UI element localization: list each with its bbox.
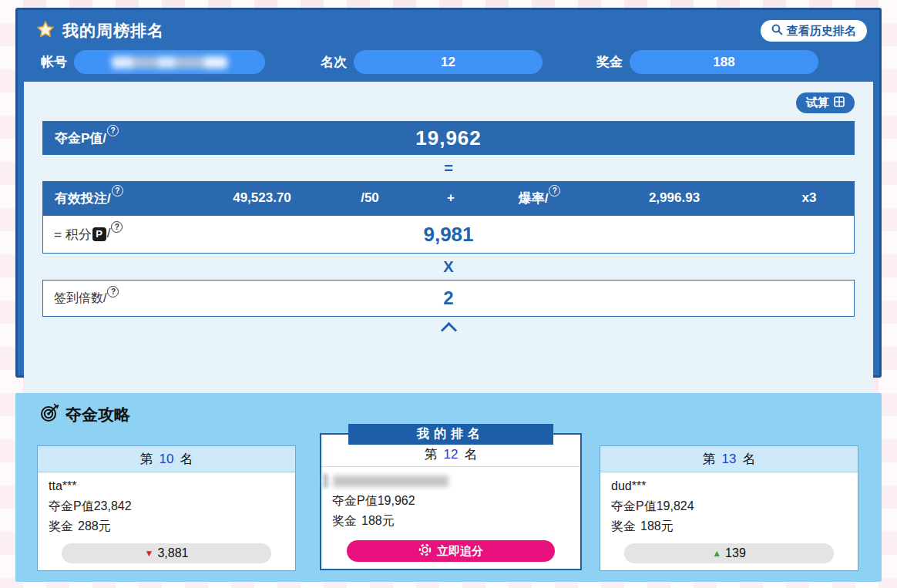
strategy-title-row: 夺金攻略 [40,402,130,426]
help-icon[interactable]: ? [111,221,123,233]
trial-calc-button[interactable]: 试算 [796,92,855,113]
rank-label: 名次 [321,53,347,71]
bet-burst-bar: 有效投注/ ? 49,523.70 /50 + 爆率/ ? 2,996.93 x… [42,181,855,215]
rank-number: 13 [722,452,737,467]
strategy-panel: 夺金攻略 我的排名 第 10 名 tta*** 夺金P值23,842 奖金288… [15,393,882,582]
prize-label: 奖金 [332,514,357,527]
calc-row: 试算 [42,92,855,113]
card-rank-header: 第 13 名 [600,446,858,472]
rank-prefix: 第 [703,450,716,468]
rank-prefix: 第 [140,450,153,468]
p-value-label: 夺金P值/ ? [55,129,119,147]
poker-chip-icon [418,543,432,559]
p-value-line: 夺金P值23,842 [49,496,284,516]
username-blur-bar [333,475,448,487]
rank-card-13: 第 13 名 dud*** 夺金P值19,824 奖金188元 ▲ 139 [600,445,858,571]
triangle-down-icon: ▼ [145,548,154,559]
card-rank-header: 第 10 名 [38,446,295,472]
signin-label-text: 签到倍数/ [54,291,106,307]
points-label-text: = 积分 [54,226,92,244]
prize-label: 奖金 [611,519,636,533]
blur-artifact [323,474,328,488]
help-icon[interactable]: ? [107,286,119,297]
view-history-ranking-button[interactable]: 查看历史排名 [761,20,867,42]
p-value-label: 夺金P值 [611,499,657,512]
p-value-label-text: 夺金P值/ [55,129,106,147]
chase-points-button[interactable]: 立即追分 [347,540,555,562]
help-icon[interactable]: ? [107,125,119,136]
page-title: 我的周榜排名 [62,20,164,42]
username: dud*** [611,476,847,496]
chase-points-label: 立即追分 [437,544,483,559]
times-operator: X [42,254,855,280]
prize-value: 188元 [640,519,674,533]
weekly-ranking-panel: 我的周榜排名 查看历史排名 帐号 名次 12 奖金 188 试算 [15,8,882,378]
bet-value: 49,523.70 [197,190,328,206]
chevron-up-icon [440,322,456,338]
help-icon[interactable]: ? [549,185,560,197]
bet-label-text: 有效投注/ [55,190,111,207]
burst-value: 2,996.93 [590,190,759,206]
rank-suffix: 名 [464,445,477,463]
rank-number: 10 [160,452,174,467]
p-value: 19,824 [657,499,694,512]
rank-value-pill: 12 [354,50,543,74]
card-body: tta*** 夺金P值23,842 奖金288元 [38,472,295,543]
rank-suffix: 名 [180,450,193,468]
p-value: 23,842 [94,499,132,512]
plus-operator: + [412,190,489,206]
calculator-icon [834,96,845,109]
p-badge-icon: P [92,227,106,241]
p-value: 19,962 [378,494,415,507]
rank-prefix: 第 [425,445,438,463]
account-value-blurred [112,56,227,69]
rank-number: 12 [444,447,459,462]
prize-value: 188元 [361,514,395,527]
points-gap-badge: ▼ 3,881 [62,543,271,563]
strategy-title: 夺金攻略 [66,404,130,425]
prize-value-pill: 188 [630,50,818,74]
help-icon[interactable]: ? [112,185,123,197]
rank-suffix: 名 [742,450,755,468]
signin-value: 2 [43,287,854,309]
card-body: 夺金P值19,962 奖金188元 [321,467,580,540]
ranking-title-row: 我的周榜排名 [36,20,861,42]
burst-multiplier: x3 [759,190,859,206]
prize-label: 奖金 [49,519,73,533]
formula-content-area: 试算 夺金P值/ ? 19,962 = 有效投注/ ? 49,523.70 /5… [24,82,873,395]
signin-multiplier-row: 签到倍数/ ? 2 [42,280,855,317]
bet-label: 有效投注/ ? [42,190,197,207]
triangle-up-icon: ▲ [712,548,721,559]
ranking-panel-header: 我的周榜排名 查看历史排名 帐号 名次 12 奖金 188 [24,10,873,82]
username: tta*** [49,476,284,496]
p-value-line: 夺金P值19,962 [332,491,569,511]
prize-line: 奖金188元 [332,511,569,531]
calc-button-label: 试算 [806,96,829,110]
points-value: 9,981 [43,223,854,247]
prize-line: 奖金288元 [49,516,284,536]
p-value-label: 夺金P值 [332,494,378,507]
account-row: 帐号 名次 12 奖金 188 [36,50,861,74]
username-blurred [332,471,569,491]
prize-label: 奖金 [596,53,623,71]
collapse-chevron-up-icon[interactable] [42,324,855,336]
p-value-line: 夺金P值19,824 [611,496,847,516]
card-body: dud*** 夺金P值19,824 奖金188元 [600,472,858,543]
burst-label-text: 爆率/ [519,190,549,207]
p-value-bar: 夺金P值/ ? 19,962 [42,121,855,155]
rank-card-12-mine: 第 12 名 夺金P值19,962 奖金188元 立即追分 [320,433,582,570]
points-row: = 积分 P / ? 9,981 [42,215,855,254]
search-icon [771,24,783,38]
p-value: 19,962 [42,126,855,150]
points-label: = 积分 P / ? [54,226,123,244]
star-icon [36,20,55,42]
points-gap-badge: ▲ 139 [624,543,834,563]
prize-value: 288元 [78,519,111,533]
my-rank-tab: 我的排名 [348,424,553,445]
history-button-label: 查看历史排名 [787,24,856,39]
dart-target-icon [40,402,60,426]
points-gap-value: 3,881 [157,546,188,560]
points-gap-value: 139 [725,546,746,560]
account-value-pill [74,50,265,74]
p-value-label: 夺金P值 [49,499,94,512]
